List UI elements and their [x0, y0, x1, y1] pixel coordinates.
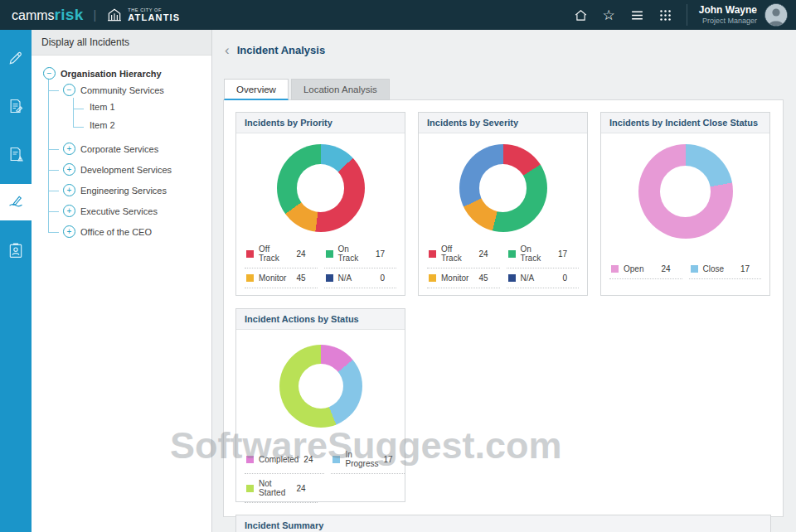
app-logo[interactable]: cammsrisk [12, 6, 84, 24]
signature-icon [7, 194, 24, 210]
close-status-donut-chart[interactable] [638, 144, 733, 239]
atlantis-building-icon [106, 7, 123, 23]
overview-card: Incidents by Priority Off Track 24 [223, 99, 784, 517]
panel-title: Incidents by Incident Close Status [601, 113, 769, 133]
hamburger-icon [630, 8, 644, 22]
panel-incident-close-status: Incidents by Incident Close Status Open … [600, 112, 770, 296]
legend-item[interactable]: Close 17 [689, 259, 762, 279]
nav-register[interactable] [0, 88, 32, 124]
tree-node-label: Community Services [80, 85, 164, 95]
legend-item[interactable]: Not Started 24 [245, 474, 318, 503]
nav-tasks[interactable] [0, 232, 32, 268]
legend-swatch [691, 265, 698, 273]
tree-root-node[interactable]: − Organisation Hierarchy [43, 67, 206, 80]
tree-node-community-services[interactable]: − Community Services [63, 84, 206, 96]
legend-label: Completed [259, 455, 298, 464]
tree-node-engineering-services[interactable]: + Engineering Services [63, 184, 206, 196]
collapse-toggle-icon[interactable]: − [43, 67, 56, 80]
priority-donut-chart[interactable] [277, 144, 365, 232]
panel-incident-actions-by-status: Incident Actions by Status Completed 24 [235, 308, 405, 502]
apps-button[interactable] [659, 9, 672, 22]
legend-label: Open [624, 264, 643, 273]
legend-swatch [326, 274, 333, 282]
priority-legend: Off Track 24 On Track 17 [236, 239, 405, 288]
tree-node-executive-services[interactable]: + Executive Services [63, 205, 206, 217]
tree-node-label: Engineering Services [80, 186, 167, 196]
expand-toggle-icon[interactable]: + [63, 205, 75, 217]
nav-incident-report[interactable] [0, 136, 32, 172]
panel-title: Incident Summary [236, 515, 770, 532]
legend-item[interactable]: In Progress 17 [331, 445, 404, 474]
collapse-toggle-icon[interactable]: − [63, 84, 75, 96]
tab-overview[interactable]: Overview [224, 79, 289, 100]
user-avatar[interactable] [764, 3, 788, 27]
nav-edit[interactable] [0, 40, 32, 76]
panel-title: Incident Actions by Status [236, 309, 405, 330]
legend-item[interactable]: Monitor 45 [245, 268, 318, 288]
logo-camms: camms [12, 8, 55, 23]
legend-item[interactable]: N/A 0 [324, 268, 397, 288]
user-name: John Wayne [699, 4, 757, 16]
tab-location-analysis[interactable]: Location Analysis [291, 79, 390, 100]
tree-node-office-of-the-ceo[interactable]: + Office of the CEO [63, 225, 206, 238]
legend-value: 45 [478, 273, 498, 283]
legend-item[interactable]: Completed 24 [245, 445, 324, 474]
legend-label: N/A [338, 273, 352, 283]
legend-value: 0 [380, 273, 395, 283]
nav-incident-analysis[interactable] [0, 184, 32, 220]
header-actions: ☆ [574, 8, 672, 22]
expand-toggle-icon[interactable]: + [63, 184, 75, 196]
legend-value: 17 [376, 249, 395, 259]
legend-label: Off Track [441, 244, 473, 263]
tree-node-label: Item 2 [88, 120, 115, 130]
legend-label: On Track [521, 244, 553, 263]
legend-item[interactable]: Off Track 24 [427, 239, 500, 268]
legend-swatch [246, 250, 254, 258]
severity-donut-chart[interactable] [459, 144, 547, 232]
tree-node-label: Corporate Services [80, 144, 158, 154]
tree-node-development-services[interactable]: + Development Services [63, 163, 206, 176]
org-logo: THE CITY OF ATLANTIS [106, 7, 180, 23]
tree-node-item-1[interactable]: Item 1 [88, 102, 206, 112]
legend-item[interactable]: Off Track 24 [245, 239, 318, 268]
legend-value: 24 [303, 455, 323, 464]
user-menu[interactable]: John Wayne Project Manager [687, 4, 757, 25]
page-header: ‹ Incident Analysis [225, 43, 784, 57]
expand-toggle-icon[interactable]: + [63, 225, 75, 238]
legend-label: On Track [338, 244, 371, 263]
legend-label: Monitor [441, 273, 468, 283]
legend-value: 24 [478, 249, 498, 259]
expand-toggle-icon[interactable]: + [63, 163, 75, 176]
legend-label: In Progress [345, 450, 378, 468]
legend-value: 17 [384, 455, 403, 464]
legend-swatch [508, 274, 516, 282]
menu-button[interactable] [630, 8, 644, 22]
analysis-tabs: Overview Location Analysis [224, 79, 784, 99]
favorites-button[interactable]: ☆ [603, 8, 615, 22]
legend-label: Monitor [259, 273, 286, 283]
legend-label: Off Track [259, 244, 291, 263]
legend-value: 45 [296, 273, 315, 283]
legend-item[interactable]: Open 24 [609, 259, 682, 279]
tree-root-label: Organisation Hierarchy [61, 69, 162, 79]
tree-node-corporate-services[interactable]: + Corporate Services [63, 143, 206, 155]
legend-item[interactable]: N/A 0 [507, 268, 580, 288]
legend-item[interactable]: On Track 17 [324, 239, 397, 268]
legend-swatch [332, 456, 340, 463]
tree-node-item-2[interactable]: Item 2 [88, 120, 206, 130]
star-icon: ☆ [603, 8, 615, 22]
panel-incidents-by-priority: Incidents by Priority Off Track 24 [235, 112, 405, 296]
legend-item[interactable]: On Track 17 [507, 239, 580, 268]
legend-value: 17 [740, 264, 760, 273]
home-button[interactable] [574, 8, 588, 22]
chevron-left-icon: ‹ [225, 42, 230, 58]
legend-swatch [246, 274, 254, 282]
legend-value: 24 [661, 264, 680, 273]
legend-swatch [429, 274, 436, 282]
actions-status-donut-chart[interactable] [279, 345, 362, 428]
legend-swatch [326, 250, 333, 258]
legend-item[interactable]: Monitor 45 [427, 268, 500, 288]
expand-toggle-icon[interactable]: + [63, 143, 75, 155]
back-button[interactable]: ‹ [225, 43, 230, 57]
document-alert-icon [7, 146, 24, 162]
